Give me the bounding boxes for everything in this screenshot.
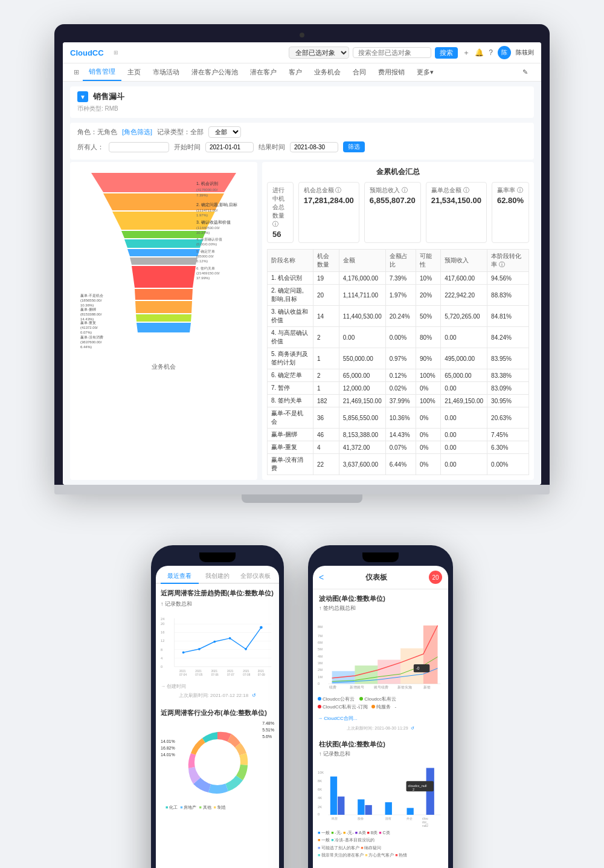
svg-text:2: 2: [413, 788, 414, 791]
laptop-stand: [242, 494, 362, 503]
nav-marketing[interactable]: 市场活动: [147, 64, 185, 80]
end-date-input[interactable]: [290, 142, 338, 152]
table-cell: 4,176,000.00: [339, 272, 385, 285]
filter-row-1: 角色：无角色 [角色筛选] 记录类型：全部 全部: [77, 126, 527, 138]
svg-text:0: 0: [161, 665, 162, 669]
nav-more[interactable]: 更多▾: [411, 64, 440, 80]
svg-text:8M: 8M: [318, 625, 323, 629]
table-cell: 0%: [416, 382, 441, 395]
table-cell: 1: [313, 382, 339, 395]
kpi-total-amount-value: 17,281,284.00: [304, 196, 354, 205]
table-cell: 赢单-重复: [268, 441, 313, 454]
nav-leads[interactable]: 潜在客户: [244, 64, 283, 80]
filter-row-2: 所有人： 开始时间 结果时间 筛选: [77, 141, 527, 152]
nav-sales[interactable]: 销售管理: [83, 63, 121, 81]
svg-text:12: 12: [161, 639, 164, 643]
laptop-base: [54, 485, 550, 494]
table-cell: 6.44%: [385, 454, 416, 475]
nav-contracts[interactable]: 合同: [347, 64, 372, 80]
svg-text:赢单-不是机会: 赢单-不是机会: [80, 294, 103, 297]
table-cell: 4: [313, 441, 339, 454]
table-cell: 1. 机会识别: [268, 272, 313, 285]
notification-icon[interactable]: 🔔: [475, 48, 484, 57]
user-avatar[interactable]: 陈: [498, 46, 511, 59]
svg-text:7M: 7M: [318, 634, 323, 638]
tab-all[interactable]: 全部仪表板: [236, 569, 274, 583]
nav-accounts[interactable]: 客户: [283, 64, 308, 80]
search-input[interactable]: [353, 47, 431, 58]
table-cell: 11,440,530.00: [339, 306, 385, 327]
start-date-input[interactable]: [205, 142, 254, 152]
svg-text:4. 冷层确认价值: 4. 冷层确认价值: [196, 238, 222, 241]
donut-legend: ■ 化工 ■ 房地产 ■ 其他 ■ 制造: [161, 805, 274, 811]
table-cell: 83.09%: [487, 382, 529, 395]
svg-point-60: [260, 626, 263, 629]
owner-input[interactable]: [109, 142, 169, 152]
svg-rect-107: [365, 805, 371, 815]
plus-icon[interactable]: ＋: [463, 48, 470, 58]
search-scope-select[interactable]: 全部已选对象: [289, 47, 349, 59]
tab-mine[interactable]: 我创建的: [199, 569, 237, 583]
svg-marker-10: [136, 314, 191, 322]
nav-home[interactable]: 主页: [121, 64, 147, 80]
nav-grid-icon: ⊞: [70, 65, 83, 80]
table-cell: 4. 与高层确认价值: [268, 327, 313, 348]
nav-opportunities[interactable]: 业务机会: [308, 64, 347, 80]
nav-lead-pool[interactable]: 潜在客户公海池: [185, 64, 244, 80]
table-cell: 90%: [416, 348, 441, 369]
nav-edit-icon[interactable]: ✎: [516, 65, 534, 80]
svg-text:赢单-重复: 赢单-重复: [80, 321, 96, 325]
svg-text:2021: 2021: [227, 670, 234, 673]
kpi-win-rate-value: 62.80%: [497, 196, 524, 205]
svg-text:赢单-捆绑: 赢单-捆绑: [80, 308, 96, 311]
main-nav: ⊞ 销售管理 主页 市场活动 潜在客户公海池 潜在客户 客户 业务机会 合同 费…: [63, 63, 541, 82]
svg-text:5. 确定茫单: 5. 确定茫单: [196, 249, 215, 253]
donut-svg: [175, 720, 260, 805]
svg-text:(21469150.00/: (21469150.00/: [196, 271, 220, 275]
svg-text:新签实施: 新签实施: [397, 685, 412, 689]
table-cell: 100%: [416, 369, 441, 382]
svg-rect-106: [358, 799, 364, 815]
svg-text:0: 0: [318, 812, 320, 816]
record-type-select[interactable]: 全部: [208, 126, 241, 138]
table-cell: 22: [313, 454, 339, 475]
table-row: 3. 确认收益和价值1411,440,530.0020.24%50%5,720,…: [268, 306, 529, 327]
role-filter-link[interactable]: [角色筛选]: [122, 128, 152, 137]
svg-text:-0: -0: [416, 666, 420, 670]
nav-expense[interactable]: 费用报销: [372, 64, 411, 80]
svg-text:0: 0: [318, 682, 320, 685]
wave-chart-title: 波动图(单位:整数单位): [313, 589, 448, 604]
svg-marker-3: [121, 231, 206, 238]
svg-marker-11: [137, 323, 191, 332]
svg-rect-110: [426, 768, 434, 815]
table-cell: 30.95%: [487, 395, 529, 407]
svg-text:20.24%): 20.24%): [196, 231, 210, 235]
search-button[interactable]: 搜索: [435, 47, 458, 59]
col-count: 机会数量: [313, 250, 339, 272]
filter-button[interactable]: 筛选: [343, 141, 365, 152]
bar-chart-area: 10K 8K 6K 4K 2K 0: [313, 760, 448, 827]
table-cell: 8,153,388.00: [339, 429, 385, 441]
table-cell: 0.97%: [385, 348, 416, 369]
svg-marker-4: [124, 239, 203, 248]
refresh-icon-wave[interactable]: ↺: [411, 726, 414, 731]
question-icon[interactable]: ?: [489, 48, 493, 57]
table-cell: 0%: [416, 454, 441, 475]
line-chart-subtitle: ↑ 记录数总和: [161, 600, 274, 608]
svg-text:(4176000.00/: (4176000.00/: [196, 188, 218, 192]
rp-back-button[interactable]: <: [319, 572, 324, 582]
table-cell: 495,000.00: [441, 348, 487, 369]
svg-marker-6: [130, 257, 198, 265]
rp-notification-badge[interactable]: 20: [429, 571, 442, 584]
kpi-won-label: 赢单总金额 ⓘ: [431, 186, 481, 195]
funnel-panel: 1. 机会识别 (4176000.00/ 7.39%) 2. 确定问题,影响,目…: [70, 162, 257, 480]
wave-link[interactable]: → CloudCC合同...: [313, 714, 448, 724]
line-chart-svg: 0 4 8 12 16 20 24: [161, 611, 274, 683]
tab-recent[interactable]: 最近查看: [161, 569, 199, 584]
svg-text:2021: 2021: [211, 670, 218, 673]
kpi-win-rate: 赢率率 ⓘ 62.80%: [492, 182, 529, 243]
svg-text:1. 机会识别: 1. 机会识别: [196, 181, 218, 186]
refresh-icon-left[interactable]: ↺: [252, 693, 256, 698]
stats-title: 金累机会汇总: [267, 167, 529, 177]
col-pct: 金额占比: [385, 250, 416, 272]
